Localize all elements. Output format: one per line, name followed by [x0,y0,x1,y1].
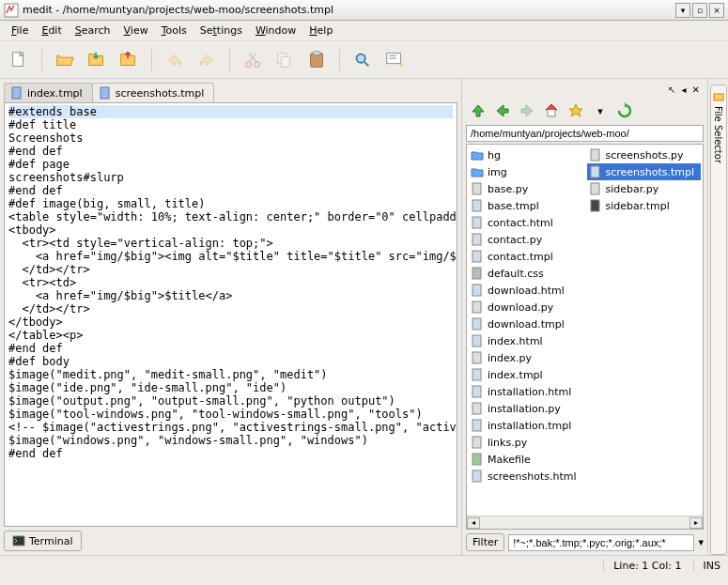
back-button[interactable] [492,100,513,121]
svg-rect-11 [101,87,109,99]
folder-icon [713,91,724,102]
svg-rect-31 [591,149,599,161]
find-button[interactable] [349,47,376,73]
editor-pane: index.tmpl screenshots.tmpl #extends bas… [0,79,461,555]
svg-rect-23 [472,352,481,363]
svg-rect-35 [714,94,723,100]
text-editor[interactable]: #extends base#def titleScreenshots#end d… [4,102,457,527]
filter-input[interactable] [508,534,694,551]
file-item[interactable]: sidebar.py [587,180,702,197]
menu-tools[interactable]: Tools [156,23,193,38]
file-item[interactable]: default.css [469,265,583,282]
editor-tabs: index.tmpl screenshots.tmpl [4,83,457,102]
status-position: Line: 1 Col: 1 [603,560,681,572]
home-button[interactable] [541,100,562,121]
file-item[interactable]: screenshots.html [469,468,583,485]
cut-button[interactable] [240,47,266,73]
undo-button[interactable] [162,47,188,73]
svg-point-8 [357,54,365,62]
window-title: medit - /home/muntyan/projects/web-moo/s… [23,4,675,16]
filter-row: Filter ▾ [466,530,704,551]
menu-settings[interactable]: Settings [194,23,248,38]
file-item[interactable]: contact.py [469,231,583,248]
pane-close-icon[interactable]: ✕ [692,85,700,95]
file-item[interactable]: index.html [469,332,583,349]
file-selector-toolbar: ▾ [466,99,704,123]
svg-rect-29 [472,454,481,465]
file-item[interactable]: img [469,163,583,180]
filter-label[interactable]: Filter [466,533,504,551]
file-item[interactable]: download.html [469,282,583,299]
menu-file[interactable]: File [6,23,34,38]
file-icon [99,86,112,100]
svg-rect-26 [472,403,481,414]
new-file-button[interactable] [6,47,32,73]
paste-button[interactable] [303,47,330,73]
terminal-button[interactable]: Terminal [4,531,82,551]
svg-rect-22 [472,335,481,346]
maximize-button[interactable]: ▫ [692,3,707,18]
svg-point-3 [255,61,260,67]
file-list[interactable]: hgimgbase.pybase.tmplcontact.htmlcontact… [466,144,704,530]
file-item[interactable]: hg [469,146,583,163]
save-as-button[interactable] [116,47,142,73]
save-button[interactable] [84,47,110,73]
file-item[interactable]: base.tmpl [469,197,583,214]
reload-button[interactable] [614,100,635,121]
file-item[interactable]: download.py [469,299,583,316]
menu-view[interactable]: View [118,23,154,38]
file-item[interactable]: download.tmpl [469,316,583,332]
file-item[interactable]: screenshots.py [587,146,702,163]
forward-button[interactable] [517,100,537,121]
svg-rect-27 [472,420,481,431]
file-item[interactable]: sidebar.tmpl [587,197,702,214]
menu-window[interactable]: Window [250,23,302,38]
file-item[interactable]: links.py [469,434,583,451]
content-area: index.tmpl screenshots.tmpl #extends bas… [0,79,728,555]
menu-help[interactable]: Help [303,23,338,38]
file-item[interactable]: Makefile [469,451,583,468]
tab-screenshots[interactable]: screenshots.tmpl [92,83,215,102]
pane-detach-icon[interactable]: ↖ [668,85,675,95]
file-item[interactable]: index.py [469,349,583,366]
svg-rect-15 [472,217,481,228]
menu-edit[interactable]: Edit [36,23,67,38]
copy-button[interactable] [271,47,298,73]
file-item[interactable]: installation.py [469,400,583,417]
file-item[interactable]: contact.html [469,214,583,231]
svg-rect-12 [13,536,24,546]
svg-rect-33 [591,183,599,194]
file-selector-pane: ↖ ◂ ✕ ▾ hgimgbase.pybase.tmplcontact.htm… [461,79,707,555]
svg-rect-19 [472,285,481,296]
scrollbar-horizontal[interactable]: ◂▸ [467,516,703,529]
svg-rect-10 [12,87,21,99]
file-item[interactable]: base.py [469,180,583,197]
file-item[interactable]: index.tmpl [469,366,583,383]
bookmark-button[interactable] [565,100,586,121]
file-item[interactable]: contact.tmpl [469,248,583,265]
svg-rect-17 [472,251,481,262]
svg-rect-28 [472,437,481,448]
close-button[interactable]: × [709,3,724,18]
path-input[interactable] [466,125,704,142]
titlebar: medit - /home/muntyan/projects/web-moo/s… [0,0,728,21]
status-mode: INS [693,560,720,572]
file-item[interactable]: installation.tmpl [469,417,583,434]
side-tab-strip: File Selector [707,79,728,555]
up-button[interactable] [468,100,488,121]
toolbar [0,41,728,79]
tab-index[interactable]: index.tmpl [4,83,93,102]
open-button[interactable] [52,47,78,73]
redo-button[interactable] [194,47,220,73]
find-replace-button[interactable] [381,47,408,73]
file-item[interactable]: screenshots.tmpl [587,163,702,180]
minimize-button[interactable]: ▾ [675,3,690,18]
svg-rect-25 [472,386,481,397]
menu-search[interactable]: Search [70,23,116,38]
svg-rect-32 [591,166,599,177]
file-selector-tab[interactable]: File Selector [710,85,727,555]
svg-rect-18 [472,268,481,279]
file-item[interactable]: installation.html [469,383,583,400]
pane-left-icon[interactable]: ◂ [682,85,687,95]
dropdown-button[interactable]: ▾ [590,100,611,121]
